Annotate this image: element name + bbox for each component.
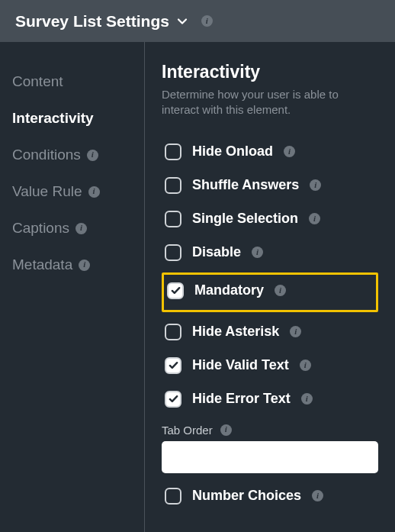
info-icon[interactable] — [75, 223, 87, 234]
sidebar-item-content[interactable]: Content — [12, 63, 144, 100]
checkbox-single-selection[interactable] — [165, 211, 181, 227]
info-icon[interactable] — [312, 490, 323, 501]
sidebar-item-label: Conditions — [12, 147, 81, 163]
panel-description: Determine how your user is able to inter… — [162, 87, 378, 118]
checkbox-mandatory[interactable] — [167, 282, 184, 299]
option-label: Hide Onload — [192, 143, 273, 160]
option-label: Number Choices — [192, 488, 301, 504]
option-label: Hide Error Text — [192, 391, 291, 407]
option-label: Single Selection — [192, 211, 298, 227]
sidebar-item-label: Captions — [12, 220, 69, 237]
option-disable: Disable — [162, 236, 378, 269]
info-icon[interactable] — [88, 186, 100, 198]
interactivity-panel: Interactivity Determine how your user is… — [145, 42, 395, 532]
settings-title-dropdown[interactable]: Survey List Settings — [15, 12, 188, 31]
info-icon[interactable] — [310, 179, 321, 191]
settings-header: Survey List Settings — [0, 0, 395, 42]
tab-order-field: Tab Order — [162, 424, 378, 473]
checkbox-disable[interactable] — [165, 244, 181, 261]
option-hide-asterisk: Hide Asterisk — [162, 315, 378, 349]
option-hide-onload: Hide Onload — [162, 135, 378, 169]
info-icon[interactable] — [301, 393, 313, 405]
tab-order-label: Tab Order — [162, 424, 213, 437]
option-label: Shuffle Answers — [192, 177, 299, 193]
tab-order-input[interactable] — [162, 441, 378, 473]
sidebar-item-metadata[interactable]: Metadata — [12, 247, 144, 283]
option-label: Hide Valid Text — [192, 357, 289, 373]
settings-body: Content Interactivity Conditions Value R… — [0, 42, 395, 532]
info-icon[interactable] — [290, 326, 301, 337]
sidebar-item-label: Metadata — [12, 256, 72, 273]
checkbox-shuffle-answers[interactable] — [165, 177, 181, 194]
info-icon[interactable] — [201, 15, 213, 27]
sidebar-item-label: Interactivity — [12, 110, 94, 127]
panel-title: Interactivity — [162, 62, 378, 82]
sidebar-item-conditions[interactable]: Conditions — [12, 137, 144, 173]
info-icon[interactable] — [275, 285, 286, 296]
option-hide-error-text: Hide Error Text — [162, 382, 378, 416]
info-icon[interactable] — [284, 146, 295, 157]
checkbox-hide-error-text[interactable] — [165, 391, 181, 408]
checkbox-hide-onload[interactable] — [165, 143, 181, 160]
option-label: Mandatory — [194, 282, 264, 298]
info-icon[interactable] — [252, 247, 263, 258]
option-single-selection: Single Selection — [162, 202, 378, 236]
sidebar-item-captions[interactable]: Captions — [12, 210, 144, 247]
sidebar-item-interactivity[interactable]: Interactivity — [12, 100, 144, 137]
info-icon[interactable] — [79, 260, 90, 271]
checkbox-number-choices[interactable] — [165, 488, 181, 505]
option-hide-valid-text: Hide Valid Text — [162, 349, 378, 382]
info-icon[interactable] — [309, 213, 320, 224]
chevron-down-icon — [177, 16, 188, 27]
info-icon[interactable] — [220, 424, 232, 436]
option-number-choices: Number Choices — [162, 479, 378, 513]
sidebar-item-label: Value Rule — [12, 183, 82, 200]
sidebar-item-label: Content — [12, 73, 63, 90]
sidebar-item-value-rule[interactable]: Value Rule — [12, 173, 144, 210]
checkbox-hide-asterisk[interactable] — [165, 324, 181, 340]
info-icon[interactable] — [300, 360, 311, 371]
settings-title-text: Survey List Settings — [15, 12, 169, 31]
option-label: Hide Asterisk — [192, 324, 279, 340]
option-mandatory-highlight: Mandatory — [162, 272, 378, 312]
settings-sidebar: Content Interactivity Conditions Value R… — [0, 42, 145, 532]
option-label: Disable — [192, 244, 241, 260]
option-shuffle-answers: Shuffle Answers — [162, 169, 378, 202]
checkbox-hide-valid-text[interactable] — [165, 357, 181, 374]
info-icon[interactable] — [87, 150, 98, 161]
